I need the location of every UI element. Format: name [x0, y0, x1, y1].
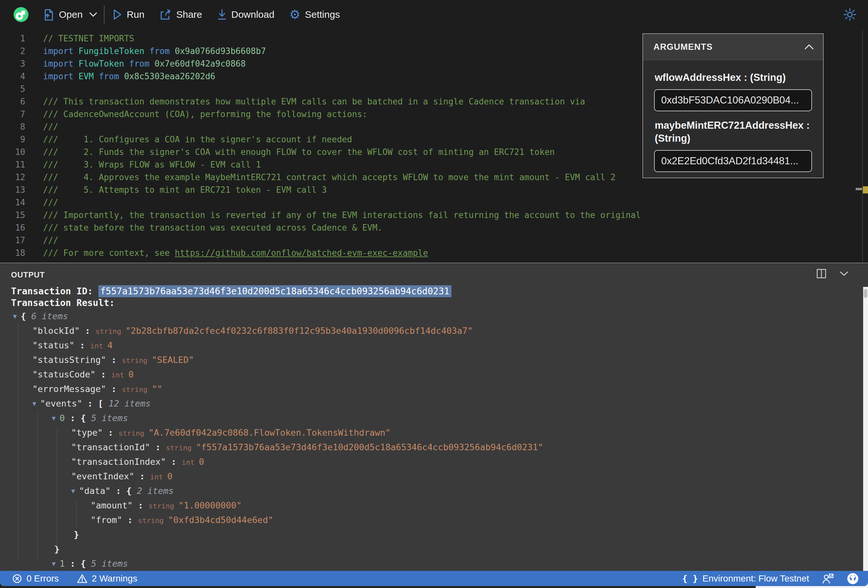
code-text: ///	[43, 234, 58, 247]
tree-row: "type" : string "A.7e60df042a9c0868.Flow…	[0, 425, 862, 440]
play-icon	[113, 9, 122, 20]
tree-row: }	[0, 542, 862, 556]
output-title: OUTPUT	[11, 270, 45, 280]
tree-row: "statusString" : string "SEALED"	[0, 352, 862, 367]
bottom-zone: 0 Errors 2 Warnings { } Environment: Flo…	[0, 571, 868, 588]
collapse-toggle-icon[interactable]: ▼	[52, 560, 56, 567]
environment-status[interactable]: { } Environment: Flow Testnet	[682, 573, 809, 584]
code-text: /// 4. Approves the example MaybeMintERC…	[43, 171, 616, 184]
code-text: import FungibleToken from 0x9a0766d93b66…	[43, 45, 266, 57]
settings-label: Settings	[305, 9, 340, 20]
run-button[interactable]: Run	[113, 9, 144, 20]
code-line: 13/// 5. Attempts to mint an ERC721 toke…	[0, 184, 868, 196]
tree-row: }	[0, 527, 862, 542]
collapse-toggle-icon[interactable]: ▼	[71, 487, 75, 495]
chevron-down-icon[interactable]	[89, 12, 97, 17]
argument-label: maybeMintERC721AddressHex : (String)	[655, 119, 812, 145]
line-number: 2	[0, 45, 25, 57]
gear-icon: ⚙	[289, 9, 300, 21]
code-text: ///	[43, 196, 58, 209]
flow-logo	[13, 7, 28, 22]
line-number: 5	[0, 83, 25, 96]
github-icon[interactable]	[847, 572, 859, 585]
code-text: import EVM from 0x8c5303eaa26202d6	[43, 70, 215, 83]
settings-button[interactable]: ⚙ Settings	[289, 9, 340, 21]
output-scrollbar-thumb[interactable]	[864, 289, 867, 298]
line-number: 12	[0, 171, 25, 184]
download-icon	[217, 9, 227, 21]
scrollbar-mark	[856, 188, 862, 190]
warning-triangle-icon	[77, 574, 87, 584]
code-text: import FlowToken from 0x7e60df042a9c0868	[43, 57, 246, 70]
braces-icon: { }	[682, 573, 698, 584]
line-number: 1	[0, 32, 25, 45]
line-number: 14	[0, 196, 25, 209]
toolbar-divider	[104, 6, 105, 24]
code-text: /// 2. Funds the signer's COA with enoug…	[43, 146, 555, 159]
code-line: 18/// For more context, see https://gith…	[0, 247, 868, 259]
tree-row: "statusCode" : int 0	[0, 367, 862, 382]
argument-input-0[interactable]	[654, 89, 812, 111]
line-number: 3	[0, 57, 25, 70]
tree-row: "transactionIndex" : int 0	[0, 454, 862, 469]
tree-row: "blockId" : string "2b28cbfb87da2cfec4f0…	[0, 323, 862, 338]
arguments-header[interactable]: ARGUMENTS	[643, 34, 823, 60]
chevron-down-icon[interactable]	[840, 271, 849, 276]
download-label: Download	[232, 9, 275, 20]
person-check-icon[interactable]	[822, 573, 834, 584]
transaction-id-value[interactable]: f557a1573b76aa53e73d46f3e10d200d5c18a653…	[98, 285, 452, 297]
download-button[interactable]: Download	[217, 9, 275, 21]
split-view-icon[interactable]	[816, 268, 827, 279]
line-number: 6	[0, 96, 25, 108]
indent-guide	[18, 324, 18, 563]
warnings-status[interactable]: 2 Warnings	[77, 573, 137, 584]
output-scrollbar[interactable]	[863, 287, 868, 571]
transaction-id-label: Transaction ID:	[11, 286, 98, 296]
line-number: 9	[0, 133, 25, 146]
open-label: Open	[59, 9, 83, 20]
tree-row: "status" : int 4	[0, 338, 862, 352]
tree-row: ▼0 : { 5 items	[0, 411, 862, 425]
argument-label: wflowAddressHex : (String)	[655, 71, 812, 84]
chevron-up-icon[interactable]	[804, 44, 814, 50]
status-bar: 0 Errors 2 Warnings { } Environment: Flo…	[0, 571, 868, 586]
code-text: /// 3. Wraps FLOW as WFLOW - EVM call 1	[43, 159, 261, 171]
tree-row: ▼"events" : [ 12 items	[0, 396, 862, 411]
indent-guide	[76, 500, 77, 528]
share-icon	[159, 9, 171, 21]
code-line: 15/// Importantly, the transaction is re…	[0, 209, 868, 221]
line-number: 17	[0, 234, 25, 247]
collapse-toggle-icon[interactable]: ▼	[13, 312, 17, 320]
tree-row: "eventIndex" : int 0	[0, 469, 862, 483]
line-number: 11	[0, 159, 25, 171]
transaction-id-line: Transaction ID: f557a1573b76aa53e73d46f3…	[11, 286, 452, 296]
tree-row: "errorMessage" : string ""	[0, 382, 862, 396]
line-number: 8	[0, 121, 25, 133]
errors-status[interactable]: 0 Errors	[12, 573, 59, 584]
warnings-count: 2 Warnings	[92, 573, 137, 584]
argument-input-1[interactable]	[654, 150, 812, 172]
code-text: /// state before the transaction was exe…	[43, 221, 382, 234]
error-circle-icon	[12, 574, 22, 584]
code-line: 14///	[0, 196, 868, 209]
arguments-panel: ARGUMENTS wflowAddressHex : (String)mayb…	[642, 33, 824, 178]
output-panel: OUTPUT Transaction ID: f557a1573b76aa53e…	[0, 262, 868, 571]
warning-mark	[863, 186, 868, 193]
tree-row: ▼1 : { 5 items	[0, 556, 862, 571]
open-button[interactable]: Open	[43, 9, 97, 21]
collapse-toggle-icon[interactable]: ▼	[52, 414, 56, 422]
code-line: 17///	[0, 234, 868, 247]
result-json-tree: ▼{ 6 items"blockId" : string "2b28cbfb87…	[0, 309, 862, 571]
code-link[interactable]: https://github.com/onflow/batched-evm-ex…	[175, 248, 428, 258]
arguments-body: wflowAddressHex : (String)maybeMintERC72…	[643, 60, 823, 182]
line-number: 16	[0, 221, 25, 234]
toolbar: Open Run Share Download	[0, 0, 868, 29]
transaction-result-label: Transaction Result:	[11, 298, 115, 308]
line-number: 18	[0, 247, 25, 259]
share-button[interactable]: Share	[159, 9, 202, 21]
collapse-toggle-icon[interactable]: ▼	[32, 400, 36, 408]
sun-icon[interactable]	[843, 8, 856, 21]
line-number: 15	[0, 209, 25, 221]
line-number: 4	[0, 70, 25, 83]
share-label: Share	[176, 9, 202, 20]
